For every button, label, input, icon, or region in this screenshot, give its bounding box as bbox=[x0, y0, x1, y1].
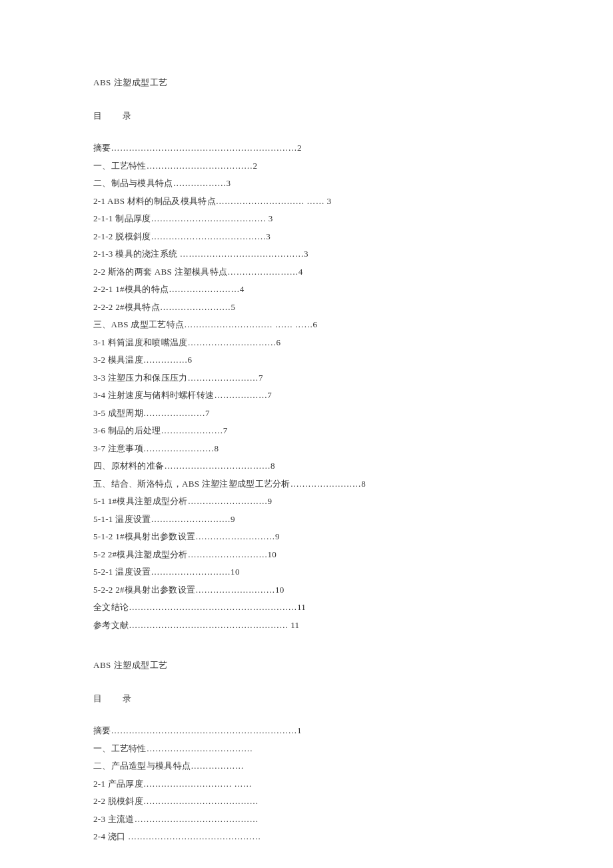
toc-entry: 3-7 注意事项……………………8 bbox=[93, 444, 520, 453]
toc-entry: 5-2-1 温度设置………………………10 bbox=[93, 567, 520, 576]
toc-entry: 二、制品与模具特点………………3 bbox=[93, 179, 520, 187]
toc-entry: 5-2 2#模具注塑成型分析………………………10 bbox=[93, 550, 520, 559]
toc-entry: 一、工艺特性………………………………2 bbox=[93, 161, 520, 170]
toc-entry: 2-1 产品厚度………………………… …… bbox=[93, 779, 520, 788]
toc-entry: 3-5 成型周期…………………7 bbox=[93, 409, 520, 417]
toc-entry: 四、原材料的准备………………………………8 bbox=[93, 461, 520, 470]
toc-entry: 全文结论…………………………………………………11 bbox=[93, 603, 520, 611]
toc-heading: 目 录 bbox=[93, 693, 520, 705]
toc-entry: 2-2 斯洛的两套 ABS 注塑模具特点……………………4 bbox=[93, 267, 520, 276]
toc-entry: 2-4 浇口 ……………………………………… bbox=[93, 832, 520, 841]
doc-title: ABS 注塑成型工艺 bbox=[93, 77, 520, 89]
toc-entry: 摘要………………………………………………………1 bbox=[93, 726, 520, 735]
toc-entry: 二、产品造型与模具特点……………… bbox=[93, 761, 520, 770]
toc-entry: 2-1-3 模具的浇注系统 ……………………………………3 bbox=[93, 249, 520, 258]
toc-entry: 3-2 模具温度……………6 bbox=[93, 355, 520, 364]
toc-entry: 3-6 制品的后处理…………………7 bbox=[93, 426, 520, 435]
toc-entry: 参考文献……………………………………………… 11 bbox=[93, 621, 520, 629]
toc-entry: 三、ABS 成型工艺特点………………………… …… ……6 bbox=[93, 320, 520, 329]
toc-entry: 3-3 注塑压力和保压压力……………………7 bbox=[93, 373, 520, 382]
toc-entry: 2-2-1 1#模具的特点……………………4 bbox=[93, 285, 520, 293]
toc-entry: 3-1 料筒温度和喷嘴温度…………………………6 bbox=[93, 338, 520, 347]
toc-entry: 一、工艺特性……………………………… bbox=[93, 744, 520, 753]
toc-entry: 2-2-2 2#模具特点……………………5 bbox=[93, 303, 520, 311]
toc-entry: 5-1-1 温度设置………………………9 bbox=[93, 515, 520, 523]
toc-entry: 5-1 1#模具注塑成型分析………………………9 bbox=[93, 497, 520, 505]
section-divider bbox=[93, 638, 520, 659]
toc-entry: 5-1-2 1#模具射出参数设置………………………9 bbox=[93, 532, 520, 541]
toc-entry: 2-3 主流道…………………………………… bbox=[93, 815, 520, 823]
document-section-2: ABS 注塑成型工艺 目 录 摘要………………………………………………………1 … bbox=[93, 659, 520, 841]
toc-entry: 五、结合、斯洛特点，ABS 注塑注塑成型工艺分析……………………8 bbox=[93, 479, 520, 488]
toc-entry: 2-1-1 制品厚度………………………………… 3 bbox=[93, 214, 520, 223]
toc-heading: 目 录 bbox=[93, 110, 520, 122]
toc-entry: 2-1-2 脱模斜度…………………………………3 bbox=[93, 232, 520, 241]
document-section-1: ABS 注塑成型工艺 目 录 摘要………………………………………………………2 … bbox=[93, 77, 520, 629]
doc-title: ABS 注塑成型工艺 bbox=[93, 659, 520, 671]
toc-entry: 2-2 脱模斜度………………………………… bbox=[93, 797, 520, 805]
toc-entry: 3-4 注射速度与储料时螺杆转速………………7 bbox=[93, 391, 520, 399]
toc-entry: 2-1 ABS 材料的制品及模具特点………………………… …… 3 bbox=[93, 197, 520, 205]
toc-entry: 摘要………………………………………………………2 bbox=[93, 143, 520, 152]
toc-entry: 5-2-2 2#模具射出参数设置………………………10 bbox=[93, 585, 520, 594]
